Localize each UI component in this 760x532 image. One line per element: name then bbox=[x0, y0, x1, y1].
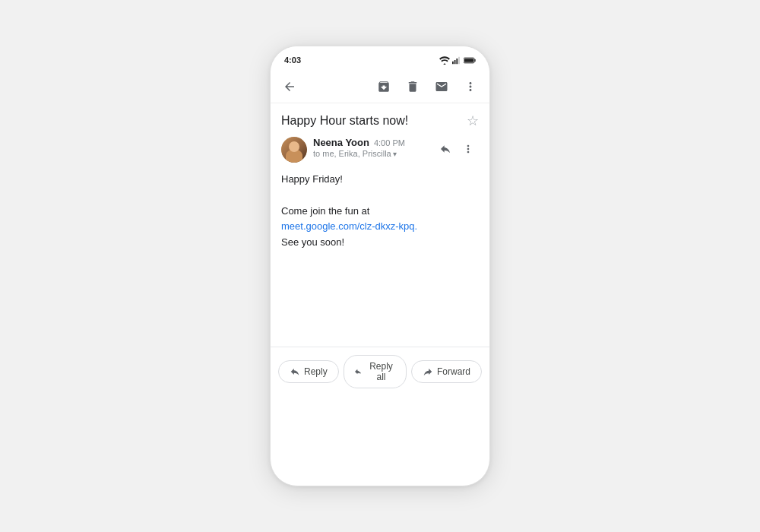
phone-shell: 4:03 bbox=[270, 46, 490, 486]
bottom-actions: Reply Reply all Forward bbox=[271, 347, 489, 396]
svg-rect-1 bbox=[454, 59, 456, 63]
sender-time: 4:00 PM bbox=[374, 138, 405, 147]
sender-name-row: Neena Yoon 4:00 PM bbox=[313, 137, 429, 148]
forward-button[interactable]: Forward bbox=[411, 360, 482, 383]
chevron-down-icon[interactable]: ▾ bbox=[393, 150, 397, 158]
body-line2: Come join the fun at bbox=[281, 205, 369, 217]
svg-rect-0 bbox=[452, 61, 454, 64]
email-body: Happy Friday! Come join the fun at meet.… bbox=[281, 172, 479, 258]
email-subject: Happy Hour starts now! bbox=[281, 113, 408, 129]
delete-button[interactable] bbox=[401, 75, 424, 98]
more-options-button[interactable] bbox=[459, 75, 482, 98]
battery-icon bbox=[464, 56, 476, 65]
status-time: 4:03 bbox=[284, 55, 301, 65]
phone-inner: 4:03 bbox=[271, 46, 489, 486]
svg-rect-2 bbox=[456, 59, 458, 64]
signal-icon bbox=[452, 56, 461, 65]
status-icons bbox=[439, 56, 476, 65]
reply-all-label: Reply all bbox=[367, 361, 395, 382]
email-container: Happy Hour starts now! ☆ Neena Yoon 4:00… bbox=[271, 103, 489, 258]
star-button[interactable]: ☆ bbox=[467, 112, 479, 129]
reply-inline-button[interactable] bbox=[435, 138, 456, 160]
email-scroll-area: Happy Hour starts now! ☆ Neena Yoon 4:00… bbox=[271, 103, 489, 347]
reply-button[interactable]: Reply bbox=[278, 360, 339, 383]
body-greeting: Happy Friday! bbox=[281, 172, 479, 188]
sender-to[interactable]: to me, Erika, Priscilla ▾ bbox=[313, 149, 429, 158]
mark-unread-button[interactable] bbox=[430, 75, 453, 98]
sender-name: Neena Yoon bbox=[313, 137, 369, 148]
svg-rect-5 bbox=[474, 59, 475, 61]
sender-to-text: to me, Erika, Priscilla bbox=[313, 149, 391, 158]
forward-label: Forward bbox=[437, 366, 470, 377]
sender-actions bbox=[435, 138, 479, 160]
body-line3: See you soon! bbox=[281, 236, 344, 248]
more-inline-button[interactable] bbox=[458, 138, 479, 160]
avatar bbox=[281, 137, 307, 163]
sender-info: Neena Yoon 4:00 PM to me, Erika, Priscil… bbox=[313, 137, 429, 158]
body-invite: Come join the fun at meet.google.com/clz… bbox=[281, 204, 479, 251]
back-button[interactable] bbox=[278, 75, 301, 98]
toolbar bbox=[271, 71, 489, 103]
avatar-image bbox=[281, 137, 307, 163]
reply-all-button[interactable]: Reply all bbox=[344, 355, 407, 388]
sender-row: Neena Yoon 4:00 PM to me, Erika, Priscil… bbox=[281, 137, 479, 163]
svg-rect-6 bbox=[464, 59, 473, 62]
reply-label: Reply bbox=[304, 366, 328, 377]
status-bar: 4:03 bbox=[271, 46, 489, 71]
email-subject-row: Happy Hour starts now! ☆ bbox=[281, 112, 479, 129]
archive-button[interactable] bbox=[372, 75, 395, 98]
meet-link[interactable]: meet.google.com/clz-dkxz-kpq. bbox=[281, 220, 417, 232]
svg-rect-3 bbox=[458, 56, 460, 64]
wifi-icon bbox=[439, 56, 450, 65]
